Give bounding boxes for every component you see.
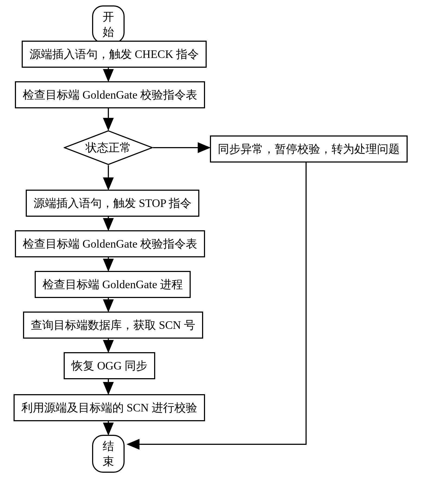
decision-label: 状态正常 <box>86 140 131 155</box>
error-label: 同步异常，暂停校验，转为处理问题 <box>218 143 400 155</box>
start-node: 开始 <box>92 5 125 43</box>
step3-label: 源端插入语句，触发 STOP 指令 <box>34 197 191 209</box>
step2-label: 检查目标端 GoldenGate 校验指令表 <box>23 89 197 101</box>
step1-label: 源端插入语句，触发 CHECK 指令 <box>30 48 199 60</box>
process-step6: 查询目标端数据库，获取 SCN 号 <box>23 312 203 339</box>
end-node: 结束 <box>92 435 125 473</box>
step7-label: 恢复 OGG 同步 <box>72 359 147 372</box>
process-step3: 源端插入语句，触发 STOP 指令 <box>26 190 199 217</box>
step5-label: 检查目标端 GoldenGate 进程 <box>43 278 183 291</box>
process-step4: 检查目标端 GoldenGate 校验指令表 <box>15 230 205 257</box>
step8-label: 利用源端及目标端的 SCN 进行校验 <box>21 401 197 414</box>
decision-node: 状态正常 <box>64 130 153 165</box>
process-step7: 恢复 OGG 同步 <box>64 352 155 379</box>
process-step5: 检查目标端 GoldenGate 进程 <box>35 271 191 298</box>
step4-label: 检查目标端 GoldenGate 校验指令表 <box>23 238 197 250</box>
process-step1: 源端插入语句，触发 CHECK 指令 <box>22 41 207 68</box>
process-step2: 检查目标端 GoldenGate 校验指令表 <box>15 81 205 108</box>
process-error: 同步异常，暂停校验，转为处理问题 <box>210 135 408 163</box>
end-label: 结束 <box>103 440 114 468</box>
step6-label: 查询目标端数据库，获取 SCN 号 <box>31 319 195 331</box>
start-label: 开始 <box>103 11 114 38</box>
process-step8: 利用源端及目标端的 SCN 进行校验 <box>14 394 205 421</box>
